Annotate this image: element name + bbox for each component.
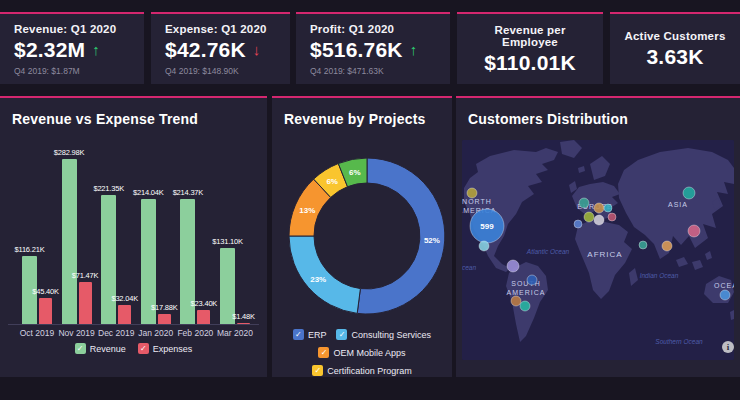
world-map-svg: Pacific OceanAtlantic OceanIndian OceanS… (462, 140, 734, 360)
donut-chart-legend: ✓ERP✓Consulting Services✓OEM Mobile Apps… (272, 329, 452, 377)
map-bubble[interactable] (584, 212, 594, 222)
region-label: AFRICA (587, 250, 622, 259)
x-axis-label: Feb 2020 (177, 328, 213, 338)
map-bubble[interactable] (520, 301, 530, 311)
legend-checkbox-icon: ✓ (293, 329, 304, 340)
map-bubble[interactable] (467, 188, 477, 198)
x-axis-line (8, 324, 259, 325)
kpi-value: 3.63K (646, 45, 703, 69)
kpi-title: Active Customers (625, 30, 726, 42)
legend-checkbox-icon: ✓ (138, 343, 149, 354)
kpi-card-active-customers: Active Customers 3.63K (610, 12, 740, 84)
legend-label: Expenses (153, 344, 193, 354)
kpi-previous-period: Q4 2019: $1.87M (14, 66, 136, 76)
ocean-label: Atlantic Ocean (526, 248, 570, 255)
map-bubble[interactable] (511, 296, 521, 306)
legend-item-oem-mobile-apps[interactable]: ✓OEM Mobile Apps (318, 347, 405, 358)
x-axis-label: Oct 2019 (20, 328, 55, 338)
legend-item-erp[interactable]: ✓ERP (293, 329, 327, 340)
map-bubble[interactable] (639, 241, 647, 249)
map-attribution-icon[interactable]: i (722, 341, 734, 353)
panel-revenue-expense-trend: Revenue vs Expense Trend $116.21K$45.40K… (0, 96, 267, 377)
kpi-card-revenue-per-employee: Revenue per Employee $110.01K (457, 12, 603, 84)
donut-slice-percentage: 13% (299, 206, 315, 215)
legend-label: Consulting Services (351, 330, 431, 340)
map-bubble[interactable] (479, 241, 489, 251)
bar-revenue-nov-2019[interactable] (62, 159, 77, 324)
bar-value-label: $214.04K (133, 188, 164, 197)
ocean-label: Pacific Ocean (462, 264, 476, 271)
legend-label: Revenue (90, 344, 126, 354)
legend-item-consulting-services[interactable]: ✓Consulting Services (336, 329, 431, 340)
legend-item-certification-program[interactable]: ✓Certification Program (312, 365, 412, 376)
map-bubble[interactable] (688, 225, 700, 237)
kpi-title: Revenue per Employee (465, 24, 595, 48)
legend-label: Certification Program (327, 366, 412, 376)
bar-value-label: $32.04K (111, 294, 138, 303)
bar-value-label: $45.40K (32, 287, 59, 296)
ocean-label: Indian Ocean (640, 272, 679, 279)
trend-down-icon: ↓ (253, 42, 261, 57)
legend-item-expenses[interactable]: ✓Expenses (138, 343, 193, 354)
map-bubble[interactable] (574, 220, 582, 228)
panel-revenue-by-projects: Revenue by Projects 52%23%13%6%6% ✓ERP✓C… (272, 96, 452, 377)
bar-value-label: $282.98K (54, 148, 85, 157)
map-bubble[interactable] (604, 204, 612, 212)
kpi-title: Profit: Q1 2020 (310, 23, 442, 35)
bar-revenue-dec-2019[interactable] (101, 195, 116, 324)
legend-label: ERP (308, 330, 327, 340)
map-bubble[interactable] (662, 241, 672, 251)
trend-up-icon: ↑ (410, 42, 418, 57)
panels-row: Revenue vs Expense Trend $116.21K$45.40K… (0, 96, 740, 377)
panel-customers-distribution: Customers Distribution Pacific OceanAtla… (456, 96, 740, 377)
chart-title: Revenue by Projects (284, 111, 426, 127)
chart-title: Revenue vs Expense Trend (12, 111, 198, 127)
kpi-value: $42.76K (165, 38, 246, 62)
ocean-label: Southern Ocean (655, 338, 703, 345)
donut-slice-percentage: 23% (310, 275, 326, 284)
bar-expenses-dec-2019[interactable] (118, 305, 131, 324)
map-bubble[interactable] (594, 215, 604, 225)
kpi-card-expense: Expense: Q1 2020 $42.76K ↓ Q4 2019: $148… (151, 12, 290, 84)
trend-up-icon: ↑ (92, 42, 100, 57)
legend-checkbox-icon: ✓ (75, 343, 86, 354)
map-bubble[interactable] (608, 213, 616, 221)
kpi-value: $2.32M (14, 38, 85, 62)
kpi-value: $516.76K (310, 38, 403, 62)
kpi-card-revenue: Revenue: Q1 2020 $2.32M ↑ Q4 2019: $1.87… (0, 12, 144, 84)
kpi-previous-period: Q4 2019: $148.90K (165, 66, 282, 76)
dashboard: { "accent_color": "#d4276f", "kpi_cards"… (0, 0, 740, 400)
chart-title: Customers Distribution (468, 111, 628, 127)
bar-value-label: $1.48K (232, 312, 255, 321)
bar-value-label: $214.37K (173, 188, 204, 197)
kpi-value: $110.01K (484, 51, 576, 75)
kpi-title: Expense: Q1 2020 (165, 23, 282, 35)
x-axis-label: Nov 2019 (58, 328, 94, 338)
region-label: NORTH (462, 198, 492, 205)
donut-slice-percentage: 6% (349, 168, 361, 177)
map-bubble[interactable] (683, 187, 695, 199)
bar-expenses-oct-2019[interactable] (39, 298, 52, 324)
x-axis-label: Dec 2019 (98, 328, 134, 338)
world-map[interactable]: Pacific OceanAtlantic OceanIndian OceanS… (462, 140, 734, 360)
bar-value-label: $131.10K (212, 237, 243, 246)
bar-value-label: $71.47K (72, 271, 99, 280)
map-bubble[interactable] (720, 290, 730, 300)
region-label: ASIA (668, 201, 688, 208)
donut-slice-percentage: 52% (424, 236, 440, 245)
legend-checkbox-icon: ✓ (336, 329, 347, 340)
bar-expenses-jan-2020[interactable] (158, 314, 171, 324)
legend-item-revenue[interactable]: ✓Revenue (75, 343, 126, 354)
x-axis-label: Mar 2020 (217, 328, 253, 338)
kpi-row: Revenue: Q1 2020 $2.32M ↑ Q4 2019: $1.87… (0, 12, 740, 84)
bar-value-label: $116.21K (15, 245, 45, 254)
map-bubble[interactable] (579, 198, 589, 208)
map-bubble-value: 599 (480, 222, 494, 231)
map-bubble[interactable] (527, 275, 537, 285)
bar-chart-legend: ✓Revenue✓Expenses (0, 343, 267, 354)
bar-expenses-nov-2019[interactable] (79, 282, 92, 324)
bar-expenses-feb-2020[interactable] (197, 310, 210, 324)
kpi-title: Revenue: Q1 2020 (14, 23, 136, 35)
map-bubble[interactable] (507, 260, 519, 272)
map-bubble[interactable] (594, 203, 604, 213)
